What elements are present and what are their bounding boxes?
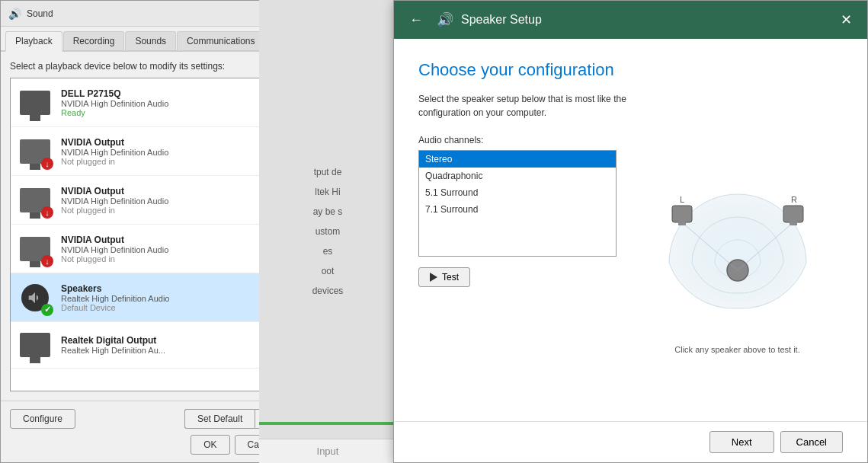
test-button[interactable]: Test xyxy=(418,267,470,287)
device-icon-area: ↓ xyxy=(17,133,53,170)
audio-option-51surround[interactable]: 5.1 Surround xyxy=(419,184,616,201)
setup-dialog-title: Speaker Setup xyxy=(461,13,827,27)
set-default-button[interactable]: Set Default xyxy=(184,409,255,429)
device-icon-area xyxy=(17,85,53,121)
device-icon-area: ✓ xyxy=(17,279,53,316)
tab-recording[interactable]: Recording xyxy=(63,31,125,50)
audio-channels-label: Audio channels: xyxy=(418,135,617,145)
partial-text-5: es xyxy=(323,246,333,257)
audio-option-stereo[interactable]: Stereo xyxy=(419,151,616,168)
device-icon-area: ↓ xyxy=(17,182,53,219)
svg-text:L: L xyxy=(680,195,684,204)
sound-icon: 🔊 xyxy=(8,8,21,20)
audio-option-71surround[interactable]: 7.1 Surround xyxy=(419,201,616,218)
speaker-setup-icon: 🔊 xyxy=(437,11,453,28)
setup-right: L R Click any speaker above to test it. xyxy=(632,135,843,406)
tab-playback[interactable]: Playback xyxy=(5,31,62,52)
status-badge-error: ↓ xyxy=(41,158,53,170)
status-badge-error: ↓ xyxy=(41,255,53,267)
audio-option-quadraphonic[interactable]: Quadraphonic xyxy=(419,168,616,184)
setup-close-button[interactable]: ✕ xyxy=(834,8,858,31)
audio-channel-select[interactable]: Stereo Quadraphonic 5.1 Surround 7.1 Sur… xyxy=(418,150,617,257)
monitor-icon xyxy=(20,91,50,115)
status-badge-ok: ✓ xyxy=(41,304,53,316)
configure-button[interactable]: Configure xyxy=(10,409,75,429)
setup-titlebar: ← 🔊 Speaker Setup ✕ xyxy=(394,1,867,39)
partial-text-3: ay be s xyxy=(313,206,343,217)
partial-text-7: devices xyxy=(312,286,344,296)
play-icon xyxy=(430,273,437,282)
green-progress-bar xyxy=(259,422,396,425)
setup-cancel-button[interactable]: Cancel xyxy=(780,431,843,453)
svg-text:R: R xyxy=(791,195,797,204)
input-label: Input xyxy=(259,439,396,463)
setup-footer: Next Cancel xyxy=(394,421,867,462)
partial-text-4: ustom xyxy=(315,226,341,237)
tab-communications[interactable]: Communications xyxy=(177,31,264,50)
device-icon-area: ↓ xyxy=(17,231,53,267)
speaker-setup-dialog: ← 🔊 Speaker Setup ✕ Choose your configur… xyxy=(393,0,868,463)
partial-text-2: ltek Hi xyxy=(315,187,340,197)
setup-main: Audio channels: Stereo Quadraphonic 5.1 … xyxy=(418,135,843,406)
setup-left: Audio channels: Stereo Quadraphonic 5.1 … xyxy=(418,135,617,406)
device-icon-area xyxy=(17,327,53,363)
monitor-icon xyxy=(20,333,50,357)
background-content: tput de ltek Hi ay be s ustom es oot dev… xyxy=(259,0,396,463)
setup-heading: Choose your configuration xyxy=(418,60,843,80)
back-button[interactable]: ← xyxy=(403,9,429,31)
setup-description: Select the speaker setup below that is m… xyxy=(418,92,647,120)
set-default-group: Set Default ▾ xyxy=(184,409,270,429)
partial-text-6: oot xyxy=(322,266,335,276)
status-badge-error: ↓ xyxy=(41,206,53,219)
ok-button[interactable]: OK xyxy=(191,435,229,455)
test-button-label: Test xyxy=(442,272,459,283)
speaker-diagram: L R xyxy=(661,187,814,339)
tab-sounds[interactable]: Sounds xyxy=(125,31,176,50)
speaker-hint: Click any speaker above to test it. xyxy=(674,345,799,354)
partial-text-1: tput de xyxy=(314,167,342,177)
setup-content: Choose your configuration Select the spe… xyxy=(394,39,867,421)
next-button[interactable]: Next xyxy=(709,431,774,453)
